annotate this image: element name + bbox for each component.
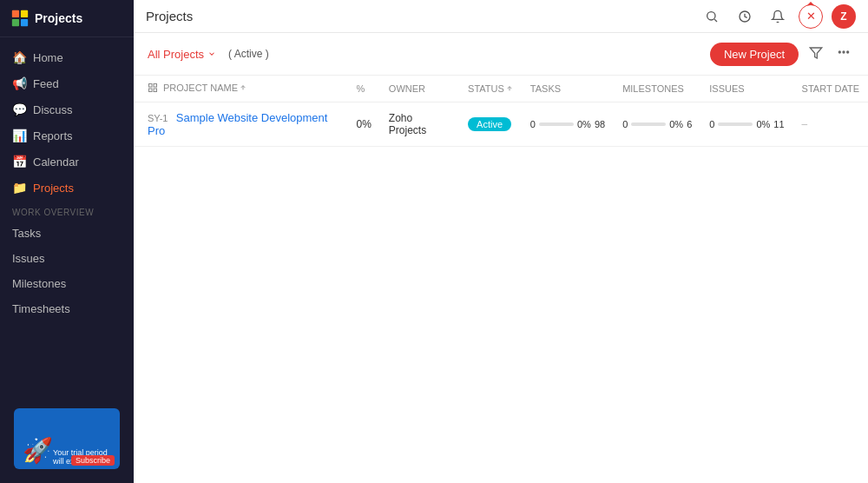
sidebar-item-home[interactable]: 🏠 Home [0,44,134,70]
projects-table-container: PROJECT NAME % OWNER STATUS TA [134,76,868,147]
toolbar-left: All Projects ( Active ) [148,48,274,61]
close-button[interactable]: ✕ [799,4,823,29]
reports-icon: 📊 [12,129,26,142]
sidebar-label-feed: Feed [33,77,59,90]
sort-icon [240,84,247,91]
user-avatar[interactable]: Z [832,4,856,29]
rocket-icon: 🚀 [23,436,53,465]
svg-rect-3 [21,19,28,26]
milestones-total: 6 [687,119,692,129]
status-sort-icon [506,85,513,92]
active-filter-label: ( Active ) [223,48,274,60]
chevron-down-icon [207,50,216,58]
milestones-completed: 0 [622,119,628,129]
app-title: Projects [35,11,82,25]
all-projects-label: All Projects [148,48,204,61]
sidebar-item-feed[interactable]: 📢 Feed [0,70,134,96]
milestones-label: Milestones [12,277,66,290]
grid-icon [148,83,158,93]
status-badge: Active [468,117,511,131]
search-button[interactable] [700,4,724,29]
page-title: Projects [146,9,193,23]
home-icon: 🏠 [12,50,26,64]
sidebar-item-projects[interactable]: 📁 Projects [0,175,134,201]
th-issues: ISSUES [700,76,792,103]
svg-line-5 [714,19,717,22]
sidebar-item-tasks[interactable]: Tasks [0,221,134,246]
sidebar-item-reports[interactable]: 📊 Reports [0,122,134,149]
calendar-icon: 📅 [12,155,26,169]
new-project-button[interactable]: New Project [710,43,799,66]
project-id: SY-1 [148,113,168,123]
search-icon [705,10,719,23]
sidebar-label-home: Home [33,51,63,64]
percent-cell: 0% [348,103,380,147]
th-percent: % [348,76,380,103]
table-row: SY-1 Sample Website Development Pro 0% Z… [134,103,868,147]
projects-table: PROJECT NAME % OWNER STATUS TA [134,76,868,147]
filter-button[interactable] [806,43,826,66]
issues-progress-bar [718,122,753,126]
sidebar-item-discuss[interactable]: 💬 Discuss [0,96,134,122]
sidebar-header: Projects [0,0,134,37]
topbar: Projects ✕ Z [134,0,868,33]
more-options-button[interactable] [833,42,854,66]
subscribe-badge[interactable]: Subscribe [71,455,115,466]
tasks-progress-bar [539,122,574,126]
status-cell: Active [459,103,522,147]
logo-icon [10,9,30,28]
all-projects-dropdown[interactable]: All Projects [148,48,216,61]
main-content: Projects ✕ Z [134,0,868,483]
th-start-date: START DATE [793,76,868,103]
project-link[interactable]: Sample Website Development Pro [148,111,327,137]
issues-cell: 0 0% 11 [700,103,792,147]
sidebar: Projects 🏠 Home 📢 Feed 💬 Discuss 📊 Repor… [0,0,134,483]
sidebar-label-projects: Projects [33,182,74,195]
issues-total: 11 [773,119,784,129]
milestones-cell: 0 0% 6 [614,103,700,147]
sidebar-label-discuss: Discuss [33,103,73,116]
app-logo[interactable]: Projects [10,9,82,28]
sidebar-item-milestones[interactable]: Milestones [0,271,134,296]
issues-label: Issues [12,252,45,265]
notifications-button[interactable] [766,4,790,29]
discuss-icon: 💬 [12,103,26,116]
svg-point-10 [847,51,849,53]
projects-icon: 📁 [12,181,26,195]
th-tasks: TASKS [522,76,614,103]
svg-point-8 [838,51,840,53]
tasks-total: 98 [595,119,605,129]
milestones-progress-bar [631,122,666,126]
feed-icon: 📢 [12,76,26,90]
svg-rect-13 [149,89,153,92]
toolbar-right: New Project [710,42,854,66]
svg-rect-2 [12,19,19,26]
th-owner: OWNER [380,76,459,103]
svg-rect-14 [154,89,157,92]
th-milestones: MILESTONES [614,76,700,103]
sidebar-label-reports: Reports [33,129,73,142]
content-toolbar: All Projects ( Active ) New Project [134,33,868,76]
issues-progress-pct: 0% [756,119,770,129]
ellipsis-icon [837,45,851,59]
svg-point-4 [707,11,715,19]
tasks-completed: 0 [530,119,536,129]
th-status: STATUS [459,76,522,103]
sidebar-label-calendar: Calendar [33,155,79,169]
start-date-value: – [802,118,808,130]
svg-rect-11 [149,84,153,88]
trial-banner: 🚀 Your trial period will expire in Subsc… [14,408,120,469]
svg-point-9 [843,51,845,53]
sidebar-menu: 🏠 Home 📢 Feed 💬 Discuss 📊 Reports 📅 Cale… [0,37,134,394]
bell-icon [771,10,785,23]
tasks-label: Tasks [12,227,41,240]
sidebar-item-calendar[interactable]: 📅 Calendar [0,149,134,175]
clock-button[interactable] [733,4,757,29]
content-area: All Projects ( Active ) New Project [134,33,868,483]
svg-rect-1 [21,10,28,17]
sidebar-item-timesheets[interactable]: Timesheets [0,296,134,321]
svg-rect-12 [154,84,157,88]
sidebar-item-issues[interactable]: Issues [0,246,134,271]
timesheets-label: Timesheets [12,302,70,315]
milestones-progress-pct: 0% [669,119,683,129]
